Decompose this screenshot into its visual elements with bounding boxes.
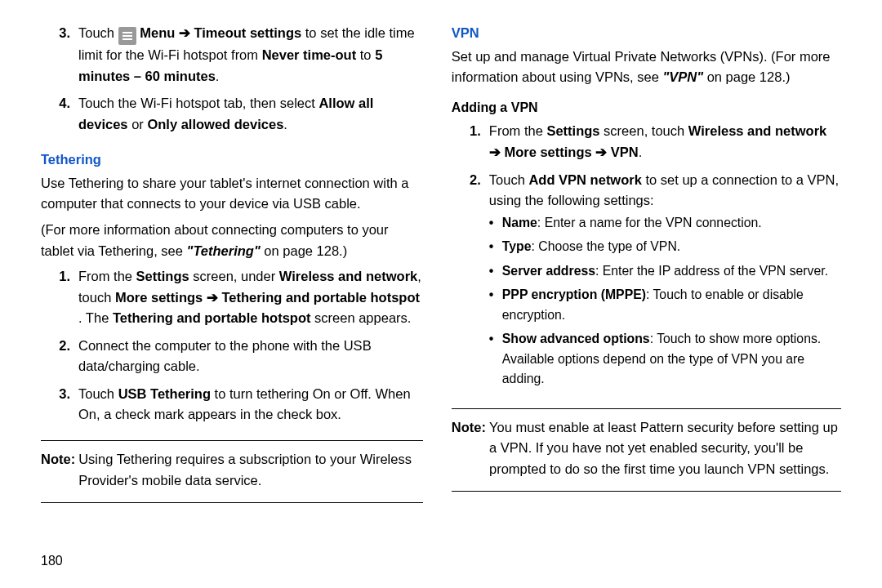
tethering-step-2: 2. Connect the computer to the phone wit…: [41, 336, 423, 377]
step-body: Touch USB Tethering to turn tethering On…: [78, 384, 423, 425]
heading-vpn: VPN: [452, 23, 841, 44]
heading-adding-vpn: Adding a VPN: [452, 98, 841, 118]
vpn-opt-ppp: PPP encryption (MPPE): Touch to enable o…: [489, 285, 841, 325]
vpn-opt-server: Server address: Enter the IP address of …: [489, 261, 841, 281]
note-body: Using Tethering requires a subscription …: [78, 449, 423, 491]
step-number: 3.: [41, 23, 78, 87]
vpn-opt-name: Name: Enter a name for the VPN connectio…: [489, 213, 841, 233]
menu-icon: [118, 27, 136, 45]
step-number: 1.: [41, 266, 78, 329]
step-number: 2.: [452, 170, 489, 394]
vpn-intro: Set up and manage Virtual Private Networ…: [452, 47, 841, 88]
vpn-opt-type: Type: Choose the type of VPN.: [489, 237, 841, 256]
step-body: From the Settings screen, under Wireless…: [78, 266, 423, 329]
step-number: 1.: [452, 121, 489, 163]
step-body: Touch Menu ➔ Timeout settings to set the…: [78, 23, 423, 87]
vpn-opt-advanced: Show advanced options: Touch to show mor…: [489, 329, 841, 389]
svg-rect-0: [122, 32, 132, 33]
step-body: Touch Add VPN network to set up a connec…: [489, 170, 841, 394]
vpn-steps: 1. From the Settings screen, touch Wirel…: [452, 121, 841, 399]
svg-rect-1: [122, 35, 132, 37]
tethering-step-1: 1. From the Settings screen, under Wirel…: [41, 266, 423, 329]
tethering-step-3: 3. Touch USB Tethering to turn tethering…: [41, 384, 423, 425]
page-number: 180: [41, 543, 423, 572]
hotspot-step-4: 4. Touch the Wi-Fi hotspot tab, then sel…: [41, 93, 423, 135]
note-label: Note:: [41, 449, 78, 491]
step-number: 4.: [41, 93, 78, 135]
hotspot-steps-continued: 3. Touch Menu ➔ Timeout settings to set …: [41, 23, 423, 141]
tethering-note: Note: Using Tethering requires a subscri…: [41, 449, 423, 491]
note-label: Note:: [452, 417, 489, 480]
tethering-intro: Use Tethering to share your tablet's int…: [41, 173, 423, 215]
step-body: Connect the computer to the phone with t…: [78, 336, 423, 377]
manual-page: 3. Touch Menu ➔ Timeout settings to set …: [0, 0, 882, 588]
vpn-settings-list: Name: Enter a name for the VPN connectio…: [489, 213, 841, 390]
vpn-note: Note: You must enable at least Pattern s…: [452, 417, 841, 480]
divider: [452, 491, 841, 492]
step-number: 2.: [41, 336, 78, 377]
step-number: 3.: [41, 384, 78, 425]
tethering-steps: 1. From the Settings screen, under Wirel…: [41, 266, 423, 432]
tethering-crossref: (For more information about connecting c…: [41, 220, 423, 261]
left-column: 3. Touch Menu ➔ Timeout settings to set …: [41, 23, 423, 572]
step-body: Touch the Wi-Fi hotspot tab, then select…: [78, 93, 423, 135]
divider: [452, 408, 841, 409]
right-column: VPN Set up and manage Virtual Private Ne…: [452, 23, 841, 572]
divider: [41, 502, 423, 503]
vpn-step-2: 2. Touch Add VPN network to set up a con…: [452, 170, 841, 394]
vpn-step-1: 1. From the Settings screen, touch Wirel…: [452, 121, 841, 163]
divider: [41, 440, 423, 441]
step-body: From the Settings screen, touch Wireless…: [489, 121, 841, 163]
heading-tethering: Tethering: [41, 149, 423, 171]
note-body: You must enable at least Pattern securit…: [489, 417, 841, 480]
svg-rect-2: [122, 38, 132, 40]
hotspot-step-3: 3. Touch Menu ➔ Timeout settings to set …: [41, 23, 423, 87]
